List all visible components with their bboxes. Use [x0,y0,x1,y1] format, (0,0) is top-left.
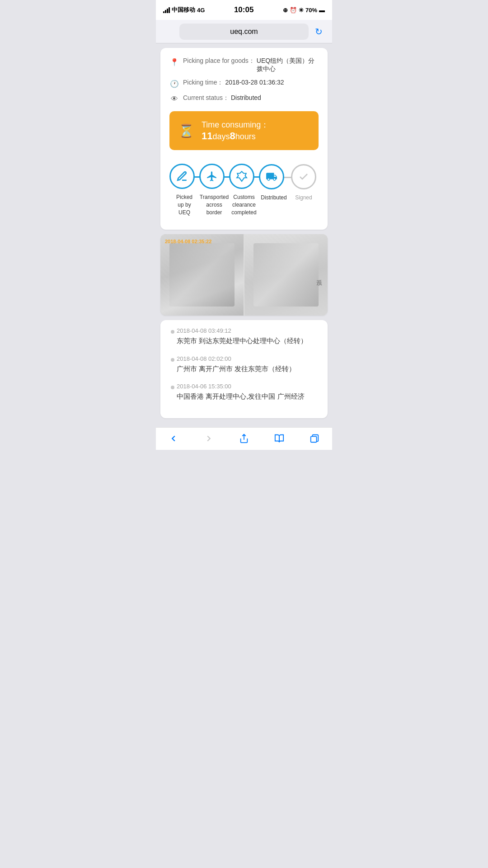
hourglass-icon: ⏳ [178,123,194,138]
photo-card: 2018-04-08 02:35:22 设系 [160,234,328,316]
content-area: 📍 Picking place for goods： UEQ纽约（美国）分拨中心… [156,43,332,427]
timeline-time-2: 2018-04-08 02:02:00 [177,355,319,362]
step-4-circle [259,164,284,189]
photo-strip: 2018-04-08 02:35:22 设系 [160,234,328,316]
picking-time-label: Picking time： [183,79,223,87]
timeline-time-3: 2018-04-06 15:35:00 [177,383,319,390]
current-status-row: 👁 Current status： Distributed [169,94,319,104]
step-2: Transportedacross border [199,164,229,216]
step-4-label: Distributed [261,194,286,216]
share-button[interactable] [234,429,254,448]
clock-icon: 🕐 [169,79,179,89]
alarm-icon: ⏰ [290,7,297,14]
time-consuming-text: Time consuming： 11days8hours [202,119,310,142]
step-5: Signed [289,164,319,216]
eye-icon: 👁 [169,94,179,104]
timeline-text-1: 东莞市 到达东莞处理中心处理中心（经转） [177,336,319,346]
picking-place-row: 📍 Picking place for goods： UEQ纽约（美国）分拨中心 [169,57,319,73]
status-bar: 中国移动 4G 10:05 ⊕ ⏰ ✳ 70% ▬ [156,0,332,20]
back-button[interactable] [164,429,183,448]
timeline-time-1: 2018-04-08 03:49:12 [177,327,319,334]
tabs-button[interactable] [305,429,324,448]
hours-value: 8 [230,130,235,142]
days-unit: days [212,132,230,141]
picking-place-label: Picking place for goods： [183,57,255,65]
step-5-circle [291,164,316,189]
info-card: 📍 Picking place for goods： UEQ纽约（美国）分拨中心… [160,48,328,230]
timeline-text-2: 广州市 离开广州市 发往东莞市（经转） [177,364,319,374]
step-3-circle [229,164,254,189]
signal-icon [163,7,170,13]
step-1-circle [169,164,195,189]
location-icon: ⊕ [283,7,288,14]
step-1-label: Pickedup byUEQ [176,193,192,216]
steps-row: Pickedup byUEQ Transportedacross border [169,164,319,216]
bluetooth-icon: ✳ [299,7,304,14]
network-type: 4G [197,7,205,14]
current-status-value: Distributed [231,94,261,101]
forward-button[interactable] [199,429,219,448]
time-consuming-label: Time consuming： [202,120,269,129]
svg-rect-0 [311,437,317,443]
timeline-item-1: 2018-04-08 03:49:12 东莞市 到达东莞处理中心处理中心（经转） [169,327,319,346]
browser-bar: ueq.com ↻ [156,20,332,43]
location-icon: 📍 [169,57,179,67]
step-4: Distributed [259,164,289,216]
photo-timestamp: 2018-04-08 02:35:22 [165,239,211,244]
bottom-nav [156,427,332,450]
battery-icon: ▬ [319,7,325,14]
status-indicators: ⊕ ⏰ ✳ 70% ▬ [283,7,325,14]
carrier-info: 中国移动 4G [163,6,205,14]
step-2-label: Transportedacross border [199,193,229,216]
step-1: Pickedup byUEQ [169,164,199,216]
picking-place-value: UEQ纽约（美国）分拨中心 [257,57,319,73]
refresh-button[interactable]: ↻ [312,25,325,38]
picking-time-value: 2018-03-28 01:36:32 [225,79,284,86]
picking-time-row: 🕐 Picking time： 2018-03-28 01:36:32 [169,79,319,89]
url-bar[interactable]: ueq.com [179,24,309,40]
current-status-label: Current status： [183,94,229,102]
timeline-item-2: 2018-04-08 02:02:00 广州市 离开广州市 发往东莞市（经转） [169,355,319,374]
days-value: 11 [202,130,212,142]
photo-right: 设系 [244,234,328,316]
timeline-item-3: 2018-04-06 15:35:00 中国香港 离开处理中心,发往中国 广州经… [169,383,319,402]
step-5-label: Signed [295,194,312,216]
status-time: 10:05 [234,5,253,14]
timeline-card: 2018-04-08 03:49:12 东莞市 到达东莞处理中心处理中心（经转）… [160,320,328,418]
carrier-label: 中国移动 [172,6,195,14]
step-3: Customsclearancecompleted [229,164,259,216]
battery-label: 70% [305,7,317,14]
step-3-label: Customsclearancecompleted [231,193,256,216]
bookmarks-button[interactable] [269,429,289,448]
steps-container: Pickedup byUEQ Transportedacross border [169,150,319,221]
hours-unit: hours [235,132,256,141]
timeline-text-3: 中国香港 离开处理中心,发往中国 广州经济 [177,392,319,402]
step-2-circle [199,164,225,189]
photo-left: 2018-04-08 02:35:22 [160,234,244,316]
time-consuming-bar: ⏳ Time consuming： 11days8hours [169,111,319,150]
